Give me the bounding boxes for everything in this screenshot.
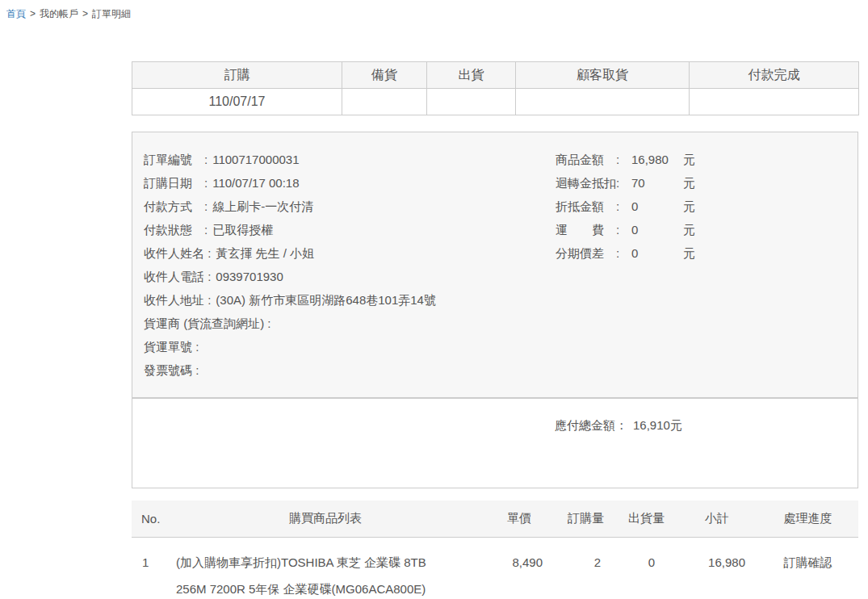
order-detail-content: 訂購 備貨 出貨 顧客取貨 付款完成 110/07/17 訂單編號 :11007… — [132, 61, 858, 599]
installment-difference-row: 分期價差 :0元 — [556, 241, 858, 265]
installment-difference-value: 0 — [631, 241, 683, 265]
order-info-left-column: 訂單編號 :1100717000031 訂購日期 :110/07/17 00:1… — [144, 148, 556, 382]
breadcrumb-home-link[interactable]: 首頁 — [6, 8, 26, 19]
currency-unit: 元 — [683, 218, 695, 241]
order-date-row: 訂購日期 :110/07/17 00:18 — [144, 171, 556, 195]
discount-amount-row: 折抵金額 :0元 — [556, 195, 858, 218]
product-row-progress: 訂購確認 — [757, 537, 858, 599]
installment-difference-label: 分期價差 : — [556, 241, 627, 265]
product-header-progress: 處理進度 — [757, 501, 858, 537]
order-status-table: 訂購 備貨 出貨 顧客取貨 付款完成 110/07/17 — [132, 61, 859, 115]
recipient-phone-value: 0939701930 — [216, 270, 283, 283]
order-info-right-column: 商品金額 :16,980元 迴轉金抵扣:70元 折抵金額 :0元 運 費 :0元… — [556, 148, 858, 382]
payable-total-box: 應付總金額：16,910元 — [132, 398, 858, 488]
breadcrumb-separator: > — [82, 8, 88, 19]
currency-unit: 元 — [683, 195, 695, 218]
currency-unit: 元 — [683, 148, 695, 171]
status-value-shipped — [427, 89, 516, 115]
carrier-row: 貨運商 (貨流查詢網址) : — [144, 312, 556, 335]
product-row-order-qty: 2 — [556, 537, 616, 599]
recipient-address-row: 收件人地址 :(30A) 新竹市東區明湖路648巷101弄14號 — [144, 288, 556, 312]
rebate-deduction-label: 迴轉金抵扣: — [556, 171, 627, 195]
status-header-ordered: 訂購 — [132, 62, 342, 89]
product-row: 1 (加入購物車享折扣)TOSHIBA 東芝 企業碟 8TB 256M 7200… — [132, 537, 858, 599]
product-row-subtotal: 16,980 — [677, 537, 757, 599]
product-table-header-row: No. 購買商品列表 單價 訂購量 出貨量 小計 處理進度 — [132, 501, 858, 537]
product-header-ship-qty: 出貨量 — [616, 501, 677, 537]
product-name-line1: (加入購物車享折扣)TOSHIBA 東芝 企業碟 8TB — [176, 549, 482, 576]
payment-method-value: 線上刷卡-一次付清 — [212, 199, 313, 213]
product-header-subtotal: 小計 — [677, 501, 757, 537]
breadcrumb-current-page: 訂單明細 — [92, 8, 131, 19]
merchandise-amount-label: 商品金額 : — [556, 148, 627, 171]
rebate-deduction-value: 70 — [631, 171, 683, 195]
recipient-phone-label: 收件人電話 : — [144, 270, 211, 283]
product-table: No. 購買商品列表 單價 訂購量 出貨量 小計 處理進度 1 (加入購物車享折… — [132, 501, 858, 599]
status-header-paid: 付款完成 — [690, 62, 859, 89]
order-number-value: 1100717000031 — [212, 153, 299, 166]
status-value-ordered-date: 110/07/17 — [132, 89, 342, 115]
product-header-name: 購買商品列表 — [168, 501, 483, 537]
shipping-fee-row: 運 費 :0元 — [556, 218, 858, 241]
currency-unit: 元 — [683, 171, 695, 195]
order-number-row: 訂單編號 :1100717000031 — [144, 148, 556, 171]
shipping-fee-value: 0 — [631, 218, 683, 241]
carrier-label: 貨運商 (貨流查詢網址) : — [144, 316, 271, 330]
recipient-name-value: 黃玄揮 先生 / 小姐 — [216, 246, 314, 260]
product-row-name: (加入購物車享折扣)TOSHIBA 東芝 企業碟 8TB 256M 7200R … — [168, 537, 483, 599]
invoice-number-row: 發票號碼 : — [144, 358, 556, 382]
payment-status-label: 付款狀態 : — [144, 223, 208, 237]
payment-method-label: 付款方式 : — [144, 199, 208, 213]
order-date-label: 訂購日期 : — [144, 176, 208, 190]
product-name-line2: 256M 7200R 5年保 企業硬碟(MG06ACA800E) — [176, 576, 482, 599]
merchandise-amount-value: 16,980 — [631, 148, 683, 171]
status-header-pickup: 顧客取貨 — [516, 62, 690, 89]
order-number-label: 訂單編號 : — [144, 153, 208, 166]
currency-unit: 元 — [683, 241, 695, 265]
status-header-preparing: 備貨 — [342, 62, 427, 89]
merchandise-amount-row: 商品金額 :16,980元 — [556, 148, 858, 171]
payment-status-row: 付款狀態 :已取得授權 — [144, 218, 556, 241]
recipient-name-label: 收件人姓名 : — [144, 246, 211, 260]
recipient-phone-row: 收件人電話 :0939701930 — [144, 265, 556, 288]
shipping-fee-label: 運 費 : — [556, 218, 627, 241]
invoice-number-label: 發票號碼 : — [144, 363, 199, 377]
payable-total-label: 應付總金額： — [555, 418, 627, 432]
recipient-address-label: 收件人地址 : — [144, 293, 211, 307]
order-date-value: 110/07/17 00:18 — [212, 176, 299, 190]
status-value-paid — [690, 89, 859, 115]
breadcrumb-separator: > — [30, 8, 36, 19]
recipient-address-value: (30A) 新竹市東區明湖路648巷101弄14號 — [216, 293, 436, 307]
product-header-order-qty: 訂購量 — [556, 501, 616, 537]
recipient-name-row: 收件人姓名 :黃玄揮 先生 / 小姐 — [144, 241, 556, 265]
product-row-ship-qty: 0 — [616, 537, 677, 599]
product-row-no: 1 — [132, 537, 168, 599]
order-info-panel: 訂單編號 :1100717000031 訂購日期 :110/07/17 00:1… — [132, 132, 858, 398]
payment-status-value: 已取得授權 — [212, 223, 273, 237]
status-value-pickup — [516, 89, 690, 115]
discount-amount-label: 折抵金額 : — [556, 195, 627, 218]
rebate-deduction-row: 迴轉金抵扣:70元 — [556, 171, 858, 195]
product-header-unit-price: 單價 — [483, 501, 556, 537]
shipping-number-label: 貨運單號 : — [144, 340, 199, 354]
status-header-shipped: 出貨 — [427, 62, 516, 89]
product-row-unit-price: 8,490 — [483, 537, 556, 599]
status-value-preparing — [342, 89, 427, 115]
payment-method-row: 付款方式 :線上刷卡-一次付清 — [144, 195, 556, 218]
payable-total-value: 16,910元 — [633, 418, 682, 432]
breadcrumb: 首頁>我的帳戶>訂單明細 — [0, 0, 868, 21]
breadcrumb-account-link[interactable]: 我的帳戶 — [40, 8, 78, 19]
shipping-number-row: 貨運單號 : — [144, 335, 556, 358]
product-header-no: No. — [132, 501, 168, 537]
discount-amount-value: 0 — [631, 195, 683, 218]
